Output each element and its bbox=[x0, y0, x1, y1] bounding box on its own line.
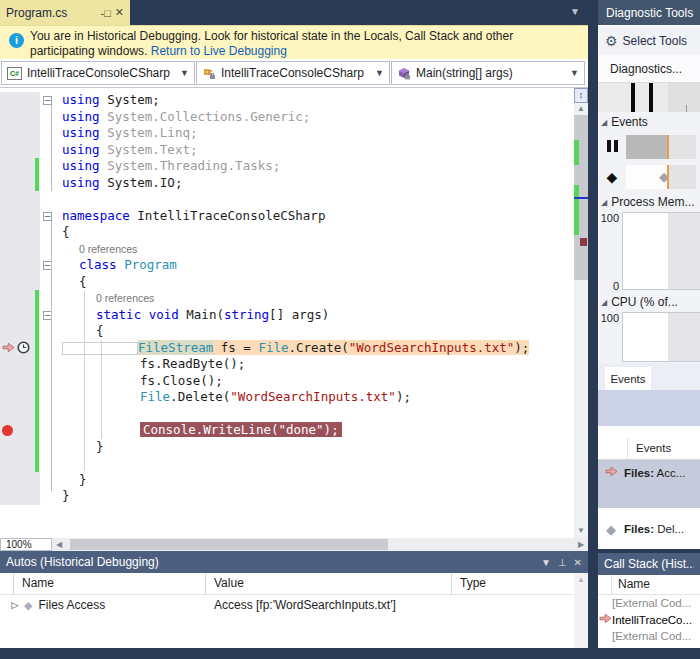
code-line[interactable]: –class Program bbox=[0, 257, 574, 274]
diagnostics-timeline-ruler[interactable] bbox=[598, 82, 700, 112]
event-row[interactable]: ◆Files: Del... bbox=[598, 516, 700, 546]
scroll-up-arrow-icon[interactable]: ▲ bbox=[574, 573, 588, 587]
breakpoint-gutter[interactable] bbox=[0, 208, 34, 225]
codelens-references[interactable]: 0 references bbox=[96, 292, 154, 304]
code-line[interactable]: 0 references bbox=[0, 241, 574, 258]
collapse-region-button[interactable]: – bbox=[43, 96, 52, 105]
memory-section-header[interactable]: ◢ Process Mem... bbox=[598, 192, 700, 212]
type-dropdown[interactable]: IntelliTraceConsoleCSharp ▼ bbox=[196, 61, 390, 85]
code-line[interactable]: using System.Text; bbox=[0, 142, 574, 159]
close-icon[interactable]: ✕ bbox=[115, 6, 124, 19]
breakpoint-gutter[interactable] bbox=[0, 109, 34, 126]
diagnostics-session-dropdown[interactable]: Diagnostics... bbox=[598, 55, 700, 82]
scroll-up-arrow-icon[interactable]: ▲ bbox=[574, 103, 588, 115]
breakpoint-gutter[interactable] bbox=[0, 241, 34, 258]
breakpoint-gutter[interactable] bbox=[0, 92, 34, 109]
call-stack-column-name[interactable]: Name bbox=[612, 575, 650, 594]
select-tools-button[interactable]: ⚙ Select Tools bbox=[598, 25, 700, 55]
code-line[interactable]: FileStream fs = File.Create("WordSearchI… bbox=[0, 340, 574, 357]
code-line[interactable] bbox=[0, 455, 574, 472]
call-stack-frame-row[interactable]: [External Cod... bbox=[598, 628, 700, 645]
tab-program-cs[interactable]: Program.cs -□ ✕ bbox=[0, 0, 130, 25]
pin-icon[interactable]: ⊥ bbox=[558, 557, 567, 568]
events-list-header-label[interactable]: Events bbox=[628, 438, 671, 459]
code-token: } bbox=[79, 472, 87, 487]
code-line[interactable]: fs.Close(); bbox=[0, 373, 574, 390]
breakpoint-gutter[interactable] bbox=[0, 439, 34, 456]
autos-row[interactable]: ▷◆Files AccessAccess [fp:'WordSearchInpu… bbox=[0, 595, 588, 615]
code-line[interactable]: } bbox=[0, 439, 574, 456]
code-line[interactable]: fs.ReadByte(); bbox=[0, 356, 574, 373]
breakpoint-gutter[interactable] bbox=[0, 373, 34, 390]
cpu-section-header[interactable]: ◢ CPU (% of... bbox=[598, 292, 700, 312]
call-stack-frame-row[interactable]: [External Cod... bbox=[598, 595, 700, 612]
breakpoint-gutter[interactable] bbox=[0, 274, 34, 291]
breakpoint-gutter[interactable] bbox=[0, 323, 34, 340]
tab-events[interactable]: Events bbox=[605, 367, 651, 390]
splitter-handle-icon[interactable]: ↕ bbox=[574, 88, 588, 103]
code-line[interactable]: 0 references bbox=[0, 290, 574, 307]
code-line[interactable]: Console.WriteLine("done"); bbox=[0, 422, 574, 439]
call-stack-frame-row[interactable]: IntelliTraceCo... bbox=[598, 612, 700, 629]
collapse-region-button[interactable]: – bbox=[43, 212, 52, 221]
code-line[interactable]: –static void Main(string[] args) bbox=[0, 307, 574, 324]
breakpoint-gutter[interactable] bbox=[0, 307, 34, 324]
code-line[interactable]: using System.IO; bbox=[0, 175, 574, 192]
breakpoint-gutter[interactable] bbox=[0, 340, 34, 357]
horizontal-scrollbar-thumb[interactable] bbox=[70, 539, 388, 550]
autos-column-name[interactable]: Name bbox=[14, 573, 206, 594]
breakpoint-gutter[interactable] bbox=[0, 290, 34, 307]
code-line[interactable]: { bbox=[0, 323, 574, 340]
code-line[interactable]: –namespace IntelliTraceConsoleCSharp bbox=[0, 208, 574, 225]
breakpoint-gutter[interactable] bbox=[0, 257, 34, 274]
autos-column-value[interactable]: Value bbox=[206, 573, 452, 594]
return-to-live-debugging-link[interactable]: Return to Live Debugging bbox=[151, 44, 287, 58]
code-line[interactable] bbox=[0, 406, 574, 423]
breakpoint-dot[interactable] bbox=[2, 425, 13, 436]
breakpoint-gutter[interactable] bbox=[0, 455, 34, 472]
expand-arrow-icon[interactable]: ▷ bbox=[8, 600, 22, 610]
breakpoint-gutter[interactable] bbox=[0, 224, 34, 241]
code-text: using System.IO; bbox=[58, 175, 574, 192]
breakpoint-gutter[interactable] bbox=[0, 356, 34, 373]
code-line[interactable] bbox=[0, 191, 574, 208]
code-line[interactable]: using System.Linq; bbox=[0, 125, 574, 142]
document-list-chevron-icon[interactable]: ▼ bbox=[570, 6, 580, 17]
horizontal-scrollbar[interactable] bbox=[66, 538, 574, 551]
autos-scrollbar[interactable]: ▲ bbox=[574, 573, 588, 648]
code-line[interactable]: using System.Collections.Generic; bbox=[0, 109, 574, 126]
breakpoint-gutter[interactable] bbox=[0, 406, 34, 423]
breakpoint-gutter[interactable] bbox=[0, 191, 34, 208]
code-line[interactable]: } bbox=[0, 472, 574, 489]
breakpoint-gutter[interactable] bbox=[0, 422, 34, 439]
scroll-down-arrow-icon[interactable]: ▼ bbox=[574, 525, 588, 537]
code-line[interactable]: } bbox=[0, 488, 574, 505]
breakpoint-gutter[interactable] bbox=[0, 125, 34, 142]
breakpoint-gutter[interactable] bbox=[0, 142, 34, 159]
events-section-header[interactable]: ◢ Events bbox=[598, 112, 700, 132]
scroll-left-arrow-icon[interactable]: ◀ bbox=[52, 540, 66, 549]
project-dropdown[interactable]: C# IntelliTraceConsoleCSharp ▼ bbox=[1, 61, 195, 85]
breakpoint-gutter[interactable] bbox=[0, 389, 34, 406]
codelens-references[interactable]: 0 references bbox=[79, 243, 137, 255]
breakpoint-gutter[interactable] bbox=[0, 175, 34, 192]
autos-column-type[interactable]: Type bbox=[452, 573, 574, 594]
code-line[interactable]: –using System; bbox=[0, 92, 574, 109]
pin-icon[interactable]: -□ bbox=[100, 7, 110, 19]
code-editor[interactable]: –using System;using System.Collections.G… bbox=[0, 88, 588, 538]
member-dropdown[interactable]: Main(string[] args) ▼ bbox=[391, 61, 585, 85]
breakpoint-gutter[interactable] bbox=[0, 158, 34, 175]
close-icon[interactable]: ✕ bbox=[574, 557, 582, 568]
vertical-scrollbar[interactable]: ↕ ▲ ▼ bbox=[574, 88, 588, 538]
code-line[interactable]: File.Delete("WordSearchInputs.txt"); bbox=[0, 389, 574, 406]
code-line[interactable]: using System.Threading.Tasks; bbox=[0, 158, 574, 175]
event-row[interactable]: Files: Acc... bbox=[598, 460, 700, 508]
code-line[interactable]: { bbox=[0, 224, 574, 241]
breakpoint-gutter[interactable] bbox=[0, 488, 34, 505]
code-line[interactable]: { bbox=[0, 274, 574, 291]
window-menu-chevron-icon[interactable]: ▼ bbox=[541, 557, 551, 568]
code-text bbox=[58, 191, 574, 208]
breakpoint-gutter[interactable] bbox=[0, 472, 34, 489]
scroll-right-arrow-icon[interactable]: ▶ bbox=[574, 540, 588, 549]
editor-zoom-control[interactable]: 100% bbox=[0, 538, 52, 551]
